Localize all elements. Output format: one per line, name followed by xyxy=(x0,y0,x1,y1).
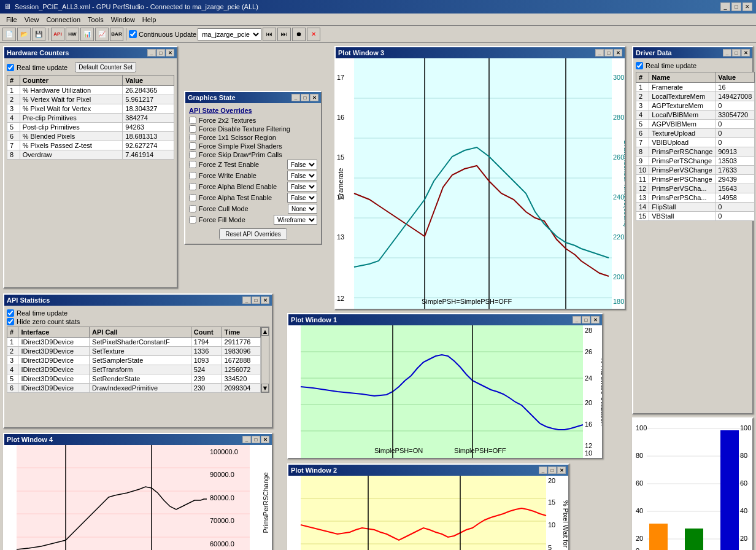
dd-maximize[interactable]: □ xyxy=(732,49,741,56)
hw-realtime-checkbox[interactable] xyxy=(7,64,14,71)
api-col-api: API Call xyxy=(90,327,191,338)
gs-override-checkbox-10[interactable] xyxy=(189,216,196,223)
gs-override-checkbox-0[interactable] xyxy=(189,117,196,124)
connection-dropdown[interactable]: ma_jzarge_pcie xyxy=(198,28,261,41)
hw-close[interactable]: ✕ xyxy=(166,49,174,56)
svg-text:20: 20 xyxy=(585,399,592,406)
hw-maximize[interactable]: □ xyxy=(156,49,165,56)
toolbar-bar[interactable]: BAR xyxy=(110,28,123,41)
api-scrollbar[interactable]: ▲ ▼ xyxy=(261,327,269,393)
svg-text:280: 280 xyxy=(613,114,624,121)
svg-text:15: 15 xyxy=(548,498,555,506)
toolbar-hw[interactable]: HW xyxy=(66,28,79,41)
plot1-minimize[interactable]: _ xyxy=(573,316,581,323)
svg-text:40: 40 xyxy=(636,507,643,514)
api-statistics-panel: API Statistics _ □ ✕ Real time update Hi… xyxy=(3,293,273,428)
gs-maximize[interactable]: □ xyxy=(301,94,309,101)
toolbar-chart2[interactable]: 📈 xyxy=(95,28,109,41)
hw-counter-set-btn[interactable]: Default Counter Set xyxy=(75,62,136,72)
svg-text:26: 26 xyxy=(585,348,592,355)
api-maximize[interactable]: □ xyxy=(252,296,260,304)
plot3-maximize[interactable]: □ xyxy=(604,49,613,56)
toolbar-api[interactable]: API xyxy=(51,28,64,41)
api-hide-zero-checkbox[interactable] xyxy=(7,318,14,325)
gs-override-select-5[interactable]: False xyxy=(287,160,317,169)
svg-text:% Pixel Wait for Pixel: % Pixel Wait for Pixel xyxy=(562,500,568,550)
api-minimize[interactable]: _ xyxy=(242,296,251,304)
plot1-close[interactable]: ✕ xyxy=(591,316,600,323)
gs-override-row: Force Cull ModeNone xyxy=(189,204,317,214)
menu-view[interactable]: View xyxy=(21,15,43,25)
hw-minimize[interactable]: _ xyxy=(147,49,156,56)
menu-file[interactable]: File xyxy=(2,15,21,25)
dd-table-row: 6TextureUpload0 xyxy=(636,129,755,138)
gs-reset-btn[interactable]: Reset API Overrides xyxy=(219,228,287,240)
continuous-update-check[interactable]: Continuous Update xyxy=(129,30,196,38)
api-col-interface: Interface xyxy=(18,327,90,338)
gs-override-select-7[interactable]: False xyxy=(287,182,317,192)
gs-override-select-8[interactable]: False xyxy=(287,193,317,203)
gs-override-checkbox-7[interactable] xyxy=(189,183,196,190)
dd-close[interactable]: ✕ xyxy=(741,49,750,56)
hw-table-row: 1% Hardware Utilization26.284365 xyxy=(7,86,174,95)
plot3-minimize[interactable]: _ xyxy=(595,49,604,56)
svg-text:40: 40 xyxy=(740,507,747,514)
toolbar-save[interactable]: 💾 xyxy=(32,28,45,41)
toolbar-open[interactable]: 📂 xyxy=(17,28,31,41)
dd-realtime-label: Real time update xyxy=(646,62,696,69)
api-close[interactable]: ✕ xyxy=(261,296,269,304)
plot3-close[interactable]: ✕ xyxy=(614,49,622,56)
svg-text:100000.0: 100000.0 xyxy=(210,448,238,455)
plot4-minimize[interactable]: _ xyxy=(242,436,251,443)
api-realtime-checkbox[interactable] xyxy=(7,309,14,317)
minimize-button[interactable]: _ xyxy=(720,2,730,11)
menu-tools[interactable]: Tools xyxy=(84,15,107,25)
continuous-update-checkbox[interactable] xyxy=(129,30,137,38)
toolbar-chart1[interactable]: 📊 xyxy=(80,28,94,41)
plot2-maximize[interactable]: □ xyxy=(548,467,557,474)
toolbar-step[interactable]: ⏭ xyxy=(277,28,291,41)
menu-help[interactable]: Help xyxy=(139,15,160,25)
gs-override-select-6[interactable]: False xyxy=(287,171,317,180)
driver-data-panel: Driver Data _ □ ✕ Real time update # Nam… xyxy=(632,46,754,414)
gs-title: Graphics State _ □ ✕ xyxy=(185,92,321,103)
menu-window[interactable]: Window xyxy=(107,15,139,25)
svg-text:180: 180 xyxy=(613,298,624,305)
svg-text:5: 5 xyxy=(548,544,552,550)
gs-override-select-9[interactable]: None xyxy=(288,204,317,214)
gs-override-select-10[interactable]: Wireframe xyxy=(274,215,317,225)
gs-override-checkbox-6[interactable] xyxy=(189,172,196,179)
plot4-maximize[interactable]: □ xyxy=(252,436,260,443)
dd-realtime-checkbox[interactable] xyxy=(636,62,643,69)
svg-text:Framerate: Framerate xyxy=(337,168,344,199)
svg-text:10: 10 xyxy=(585,449,592,457)
svg-text:240: 240 xyxy=(613,193,624,201)
toolbar-new[interactable]: 📄 xyxy=(2,28,16,41)
toolbar-record[interactable]: ⏺ xyxy=(292,28,306,41)
maximize-button[interactable]: □ xyxy=(731,2,741,11)
gs-minimize[interactable]: _ xyxy=(291,94,300,101)
toolbar-stop[interactable]: ✕ xyxy=(307,28,320,41)
graphics-state-panel: Graphics State _ □ ✕ API State Overrides… xyxy=(184,91,322,245)
plot2-close[interactable]: ✕ xyxy=(557,467,566,474)
gs-close[interactable]: ✕ xyxy=(310,94,318,101)
gs-override-checkbox-4[interactable] xyxy=(189,151,196,158)
plot3-svg: 17 16 15 14 13 12 300 280 260 240 220 20… xyxy=(336,58,625,309)
dd-table-row: 15VBStall0 xyxy=(636,212,755,221)
plot4-title: Plot Window 4 _ □ ✕ xyxy=(4,434,272,445)
gs-override-checkbox-5[interactable] xyxy=(189,161,196,168)
plot1-maximize[interactable]: □ xyxy=(582,316,590,323)
gs-override-checkbox-9[interactable] xyxy=(189,205,196,212)
gs-override-checkbox-1[interactable] xyxy=(189,125,196,133)
svg-text:10: 10 xyxy=(548,521,555,529)
gs-override-checkbox-8[interactable] xyxy=(189,194,196,201)
toolbar-play[interactable]: ⏮ xyxy=(263,28,276,41)
gs-override-checkbox-3[interactable] xyxy=(189,142,196,150)
close-button[interactable]: ✕ xyxy=(742,2,752,11)
dd-minimize[interactable]: _ xyxy=(723,49,731,56)
plot2-minimize[interactable]: _ xyxy=(539,467,547,474)
title-bar: 🖥 Session_PCIE_ALL3.xml - GPU PerfStudio… xyxy=(0,0,756,14)
gs-override-checkbox-2[interactable] xyxy=(189,134,196,141)
plot4-close[interactable]: ✕ xyxy=(261,436,269,443)
menu-connection[interactable]: Connection xyxy=(42,15,84,25)
